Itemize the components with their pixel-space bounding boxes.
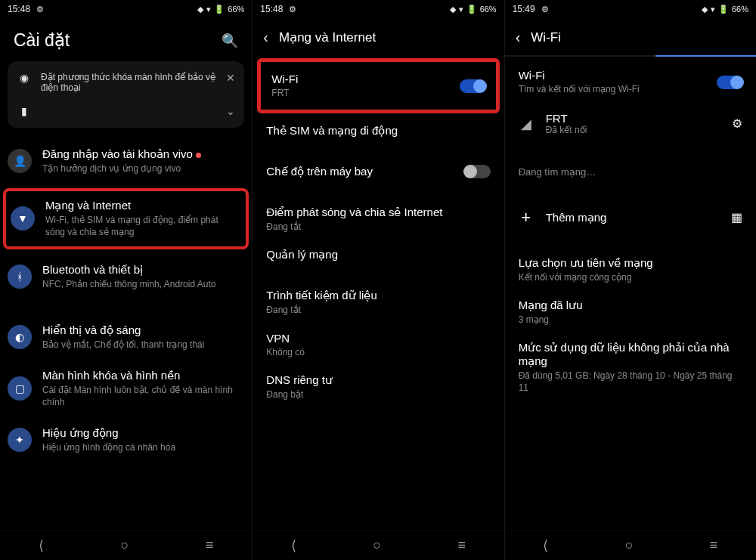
lockscreen-sub: Cài đặt Màn hình luôn bật, chủ đề và màn… [42,384,241,408]
vpn-sub: Không có [266,346,490,358]
chevron-down-icon: ⌄ [226,105,235,117]
status-right: ◆ ▾ 🔋 66% [702,5,748,14]
settings-header: Cài đặt 🔍 [0,18,252,61]
saver-title: Trình tiết kiệm dữ liệu [266,289,490,302]
bluetooth-icon: ᚼ [8,265,32,289]
nav-recent-icon[interactable]: ≡ [457,537,466,553]
sim-row[interactable]: Thẻ SIM và mạng di động [253,116,503,145]
display-icon: ◐ [8,325,32,349]
screen-header: ‹ Wi-Fi [505,18,756,55]
vibrate-icon: ▮ [17,105,32,117]
network-title: Mạng và Internet [45,199,238,212]
data-usage-row[interactable]: Mức sử dụng dữ liệu không phải của nhà m… [505,333,756,401]
airplane-row[interactable]: Chế độ trên máy bay [253,157,503,186]
dns-row[interactable]: DNS riêng tư Đang bật [253,366,503,408]
back-icon[interactable]: ‹ [263,29,268,46]
network-internet-item[interactable]: ▼ Mạng và Internet Wi-Fi, thẻ SIM và mạn… [3,188,249,249]
usage-sub: Đã dùng 5,01 GB: Ngày 28 tháng 10 - Ngày… [519,370,742,394]
wifi-settings-screen: 15:49 ⚙ ◆ ▾ 🔋 66% ‹ Wi-Fi Wi-Fi Tìm và k… [504,0,756,560]
effects-item[interactable]: ✦ Hiệu ứng động Hiệu ứng hình động cá nh… [0,417,252,463]
nav-back-icon[interactable]: ⟨ [543,537,548,554]
close-icon[interactable]: ✕ [226,72,235,84]
wifi-network-name: FRT [546,112,720,125]
effects-title: Hiệu ứng động [42,426,241,440]
wifi-main-sub: Tìm và kết nối với mạng Wi-Fi [519,83,717,95]
display-item[interactable]: ◐ Hiển thị và độ sáng Bảo vệ mắt, Chế độ… [0,314,252,360]
page-title: Cài đặt [14,30,70,51]
bt-title: Bluetooth và thiết bị [42,263,241,277]
nav-home-icon[interactable]: ○ [120,537,129,553]
bluetooth-item[interactable]: ᚼ Bluetooth và thiết bị NFC, Phản chiếu … [0,254,252,299]
effects-sub: Hiệu ứng hình động cá nhân hóa [42,441,241,453]
manage-row[interactable]: Quản lý mạng [253,240,503,269]
qr-icon[interactable]: ▦ [731,210,742,224]
wifi-row[interactable]: Wi-Fi FRT [257,58,499,113]
screen-header: ‹ Mạng và Internet [253,18,503,55]
saver-sub: Đang tắt [266,304,490,316]
gear-icon[interactable]: ⚙ [732,116,742,131]
card-vibrate-row[interactable]: ▮ ⌄ [17,105,235,117]
network-icon: ◆ [197,5,203,14]
wifi-toggle[interactable] [460,79,485,93]
status-bar: 15:49 ⚙ ◆ ▾ 🔋 66% [505,0,756,18]
battery-pct: 66% [732,5,748,14]
wifi-icon: ▾ [459,5,463,14]
search-icon[interactable]: 🔍 [222,32,238,49]
gear-icon: ⚙ [289,5,296,14]
wifi-icon: ▾ [711,5,715,14]
back-icon[interactable]: ‹ [516,29,521,46]
bt-sub: NFC, Phản chiếu thông minh, Android Auto [42,278,241,290]
card-lock-row[interactable]: ◉ Đặt phương thức khóa màn hình để bảo v… [17,72,235,93]
settings-main-screen: 15:48 ⚙ ◆ ▾ 🔋 66% Cài đặt 🔍 ◉ Đặt phương… [0,0,252,560]
nav-recent-icon[interactable]: ≡ [206,537,214,553]
dns-sub: Đang bật [266,388,490,401]
network-sub: Wi-Fi, thẻ SIM và mạng di động, điểm phá… [45,214,238,238]
scanning-text: Đang tìm mạng… [519,166,742,179]
network-icon: ◆ [702,5,708,14]
status-right: ◆ ▾ 🔋 66% [450,5,497,14]
nav-home-icon[interactable]: ○ [625,537,634,553]
nav-back-icon[interactable]: ⟨ [291,537,296,554]
nav-home-icon[interactable]: ○ [373,537,381,553]
vpn-row[interactable]: VPN Không có [253,324,503,366]
lockscreen-item[interactable]: ▢ Màn hình khóa và hình nền Cài đặt Màn … [0,360,252,417]
scan-progress [505,55,756,57]
lockscreen-icon: ▢ [8,376,32,401]
nav-back-icon[interactable]: ⟨ [39,537,44,554]
status-bar: 15:48 ⚙ ◆ ▾ 🔋 66% [253,0,503,18]
saved-networks-row[interactable]: Mạng đã lưu 3 mạng [505,291,756,333]
saver-row[interactable]: Trình tiết kiệm dữ liệu Đang tắt [253,281,503,323]
network-settings-screen: 15:48 ⚙ ◆ ▾ 🔋 66% ‹ Mạng và Internet Wi-… [252,0,503,560]
dns-title: DNS riêng tư [266,373,490,387]
usage-title: Mức sử dụng dữ liệu không phải của nhà m… [519,341,742,368]
battery-icon: 🔋 [466,5,477,14]
network-pref-row[interactable]: Lựa chọn ưu tiên về mạng Kết nối với mạn… [505,249,756,291]
status-bar: 15:48 ⚙ ◆ ▾ 🔋 66% [0,0,252,18]
manage-title: Quản lý mạng [266,248,490,261]
hotspot-row[interactable]: Điểm phát sóng và chia sẻ Internet Đang … [253,198,503,240]
lock-icon: ◉ [17,72,32,84]
saved-title: Mạng đã lưu [519,299,742,312]
battery-pct: 66% [228,5,244,14]
add-network-row[interactable]: + Thêm mạng ▦ [505,199,756,237]
hotspot-sub: Đang tắt [266,221,490,233]
lockscreen-title: Màn hình khóa và hình nền [42,369,241,382]
battery-icon: 🔋 [214,5,225,14]
network-icon: ▼ [11,206,35,230]
status-time: 15:48 [260,4,283,14]
notification-dot [196,153,201,158]
wifi-main-row[interactable]: Wi-Fi Tìm và kết nối với mạng Wi-Fi [505,57,756,103]
account-icon: 👤 [8,149,32,173]
wifi-title: Wi-Fi [271,73,459,85]
nav-recent-icon[interactable]: ≡ [710,537,718,553]
vivo-account-item[interactable]: 👤 Đăng nhập vào tài khoản vivo Tận hưởng… [0,138,252,184]
airplane-title: Chế độ trên máy bay [266,165,464,178]
wifi-content: ‹ Wi-Fi Wi-Fi Tìm và kết nối với mạng Wi… [505,18,756,530]
wifi-main-toggle[interactable] [717,76,742,89]
settings-content: Cài đặt 🔍 ◉ Đặt phương thức khóa màn hìn… [0,18,252,530]
wifi-network-row[interactable]: ◢ FRT Đã kết nối ⚙ [505,103,756,144]
airplane-toggle[interactable] [465,165,491,178]
scanning-row: Đang tìm mạng… [505,156,756,187]
pref-title: Lựa chọn ưu tiên về mạng [519,256,742,270]
hotspot-title: Điểm phát sóng và chia sẻ Internet [266,206,490,219]
